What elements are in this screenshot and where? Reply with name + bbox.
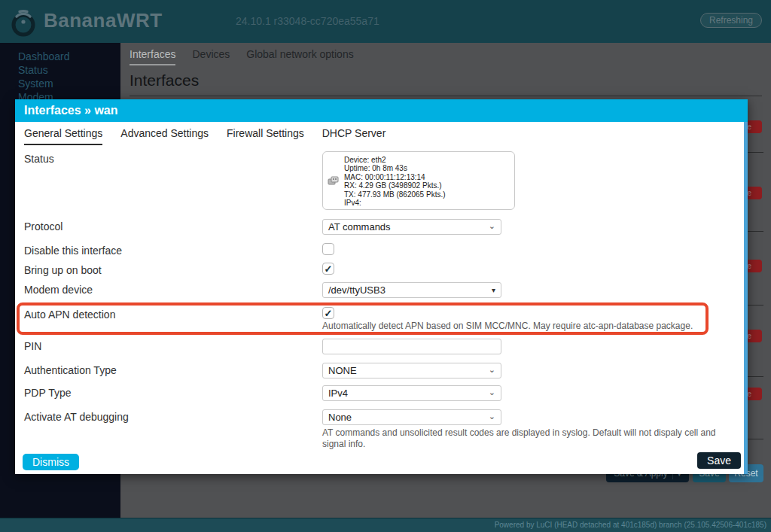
field-label-protocol: Protocol	[24, 220, 62, 233]
at-debugging-description: AT commands and unsolicited result codes…	[322, 427, 738, 450]
sidebar-item-system[interactable]: System	[0, 77, 120, 90]
interface-edit-dialog: Interfaces » wan General Settings Advanc…	[15, 99, 748, 474]
chevron-down-icon: ⌄	[489, 412, 495, 421]
pdp-type-value: IPv4	[328, 388, 348, 399]
status-ipv4: IPv4:	[344, 199, 446, 207]
app-header: BananaWRT 24.10.1 r33048-cc720ea55a71 Re…	[0, 0, 771, 43]
modem-device-combobox[interactable]: /dev/ttyUSB3 ▾	[322, 282, 501, 298]
auth-type-value: NONE	[328, 365, 357, 376]
field-label-modem-device: Modem device	[24, 284, 93, 296]
device-status-lines: Device: eth2 Uptime: 0h 8m 43s MAC: 00:0…	[344, 156, 446, 207]
tab-general-settings[interactable]: General Settings	[24, 127, 102, 145]
pin-input[interactable]	[322, 339, 501, 354]
network-tabs: Interfaces Devices Global network option…	[130, 48, 354, 65]
tab-global-network-options[interactable]: Global network options	[246, 48, 353, 65]
ethernet-device-icon	[328, 175, 339, 187]
protocol-value: AT commands	[328, 221, 391, 233]
at-debugging-value: None	[328, 412, 352, 423]
dialog-title: Interfaces » wan	[15, 99, 748, 122]
auth-type-select[interactable]: NONE ⌄	[322, 363, 501, 378]
luci-version-text: Powered by LuCI (HEAD detached at 401c18…	[495, 521, 766, 529]
field-label-auth-type: Authentication Type	[24, 364, 117, 376]
dismiss-button[interactable]: Dismiss	[23, 454, 79, 470]
field-label-disable-interface: Disable this interface	[24, 245, 122, 257]
refreshing-badge: Refreshing	[700, 13, 762, 28]
title-divider	[130, 96, 762, 96]
bring-up-on-boot-checkbox[interactable]: ✓	[322, 263, 334, 275]
brand-title: BananaWRT	[44, 9, 163, 32]
firmware-version: 24.10.1 r33048-cc720ea55a71	[236, 15, 379, 27]
disable-interface-checkbox[interactable]	[322, 243, 334, 255]
chevron-down-icon: ⌄	[489, 221, 495, 231]
save-button[interactable]: Save	[697, 452, 741, 469]
tab-advanced-settings[interactable]: Advanced Settings	[120, 127, 209, 145]
status-device: Device: eth2	[344, 156, 446, 164]
dropdown-arrow-icon: ▾	[492, 286, 495, 294]
status-rx: RX: 4.29 GB (3498902 Pkts.)	[344, 181, 446, 190]
modem-device-value: /dev/ttyUSB3	[328, 284, 386, 296]
auto-apn-description: Automatically detect APN based on SIM MC…	[322, 321, 693, 332]
tab-devices[interactable]: Devices	[192, 48, 230, 65]
tab-firewall-settings[interactable]: Firewall Settings	[227, 127, 304, 145]
pdp-type-select[interactable]: IPv4 ⌄	[322, 385, 501, 401]
auto-apn-checkbox[interactable]: ✓	[322, 307, 334, 319]
field-label-at-debugging: Activate AT debugging	[24, 411, 129, 423]
status-tx: TX: 477.93 MB (862065 Pkts.)	[344, 190, 446, 199]
tab-dhcp-server[interactable]: DHCP Server	[322, 127, 386, 145]
dialog-scrollbar[interactable]	[744, 122, 748, 474]
chevron-down-icon: ⌄	[489, 365, 495, 375]
dialog-tabs: General Settings Advanced Settings Firew…	[24, 127, 386, 145]
field-label-status: Status	[24, 153, 54, 165]
footer-bar: Powered by LuCI (HEAD detached at 401c18…	[0, 518, 771, 532]
field-label-pin: PIN	[24, 340, 41, 352]
status-uptime: Uptime: 0h 8m 43s	[344, 164, 446, 172]
status-mac: MAC: 00:00:11:12:13:14	[344, 173, 446, 181]
sidebar-item-status[interactable]: Status	[0, 63, 120, 77]
tab-interfaces[interactable]: Interfaces	[130, 48, 175, 65]
checkbox-mark: ✓	[325, 308, 333, 319]
checkbox-mark: ✓	[325, 263, 333, 275]
field-label-pdp-type: PDP Type	[24, 387, 72, 399]
bananawrt-logo-icon	[8, 6, 39, 38]
field-label-bring-up-on-boot: Bring up on boot	[24, 264, 102, 276]
device-status-box: Device: eth2 Uptime: 0h 8m 43s MAC: 00:0…	[322, 151, 515, 210]
at-debugging-select[interactable]: None ⌄	[322, 409, 501, 425]
field-label-auto-apn: Auto APN detection	[24, 309, 115, 321]
sidebar-item-dashboard[interactable]: Dashboard	[0, 50, 120, 63]
protocol-select[interactable]: AT commands ⌄	[322, 219, 501, 235]
chevron-down-icon: ⌄	[489, 388, 495, 397]
page-title: Interfaces	[130, 71, 199, 90]
